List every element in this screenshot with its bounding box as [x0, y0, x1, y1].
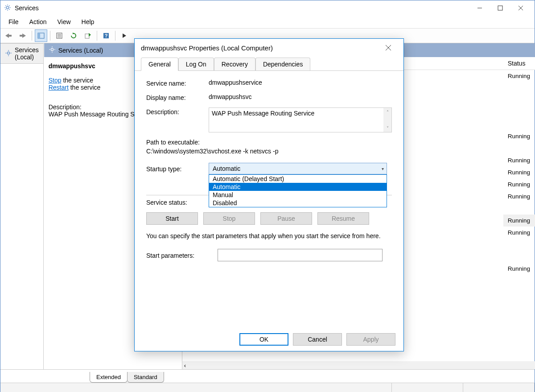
cell-status: [503, 96, 535, 104]
table-row[interactable]: ManualN: [503, 299, 535, 311]
table-row[interactable]: ManualLo: [503, 94, 535, 106]
scroll-left-icon[interactable]: ‹: [184, 362, 186, 369]
refresh-button[interactable]: [67, 29, 80, 42]
startup-dropdown-list[interactable]: Automatic (Delayed Start)AutomaticManual…: [209, 174, 387, 207]
table-row[interactable]: Manual (TriggLo: [503, 311, 535, 323]
cell-status: [503, 84, 535, 92]
svg-point-34: [51, 48, 53, 50]
start-button[interactable]: Start: [146, 212, 198, 225]
value-path: C:\windows\system32\svchost.exe -k netsv…: [146, 148, 392, 155]
dialog-page-general: Service name: dmwappushservice Display n…: [135, 70, 403, 329]
table-row[interactable]: RunningAutomaticLo: [503, 130, 535, 142]
table-row[interactable]: RunningAutomatic (Tri…N: [503, 227, 535, 239]
svg-line-6: [9, 9, 9, 9]
startup-option[interactable]: Automatic (Delayed Start): [209, 175, 387, 183]
table-row[interactable]: RunningAutomaticLo: [503, 190, 535, 202]
description-value: WAP Push Message Routing Service: [212, 110, 314, 117]
table-row[interactable]: Manual (Trigg…Lo: [503, 118, 535, 130]
table-row[interactable]: Automatic (De…N: [503, 239, 535, 251]
cell-status: [503, 252, 535, 261]
menu-help[interactable]: Help: [76, 17, 100, 27]
startup-type-combobox[interactable]: Automatic ▾ Automatic (Delayed Start)Aut…: [209, 163, 387, 174]
cell-status: [503, 313, 535, 321]
resume-button: Resume: [317, 212, 369, 225]
menu-view[interactable]: View: [52, 17, 76, 27]
stop-link[interactable]: Stop: [49, 77, 62, 84]
tree-root-label: Services (Local): [15, 46, 39, 61]
table-row[interactable]: RunningAutomatic (Tri…Lo: [503, 215, 535, 227]
tab-general[interactable]: General: [141, 58, 178, 71]
svg-marker-23: [73, 33, 74, 34]
table-row[interactable]: ManualLo: [503, 287, 535, 299]
table-row[interactable]: RunningManualLo: [503, 178, 535, 190]
export-button[interactable]: [82, 29, 94, 42]
menu-action[interactable]: Action: [24, 17, 52, 27]
svg-marker-25: [89, 33, 91, 37]
svg-marker-28: [123, 33, 126, 38]
cell-status: Running: [503, 216, 535, 225]
restart-link[interactable]: Restart: [49, 84, 69, 91]
properties-dialog: dmwappushsvc Properties (Local Computer)…: [134, 38, 404, 351]
menubar: File Action View Help: [0, 16, 535, 28]
startup-option[interactable]: Disabled: [209, 199, 387, 207]
bottom-tabs: Extended Standard: [0, 369, 535, 383]
label-display-name: Display name:: [146, 93, 209, 101]
help-button[interactable]: ?: [100, 29, 112, 42]
minimize-button[interactable]: [469, 1, 490, 15]
table-row[interactable]: ManualLo: [503, 106, 535, 118]
scroll-up-icon[interactable]: ˄: [383, 108, 391, 116]
cell-status: [503, 120, 535, 128]
cancel-button[interactable]: Cancel: [293, 333, 342, 346]
dialog-close-button[interactable]: [379, 39, 397, 57]
gear-icon: [4, 4, 12, 12]
start-service-button[interactable]: [118, 29, 131, 42]
description-textbox[interactable]: WAP Push Message Routing Service ˄ ˅: [209, 107, 392, 132]
svg-rect-14: [8, 35, 12, 37]
control-buttons: Start Stop Pause Resume: [146, 212, 392, 225]
table-row[interactable]: Manual (Trigg…Lo: [503, 142, 535, 154]
tab-dependencies[interactable]: Dependencies: [255, 58, 311, 71]
svg-rect-10: [498, 6, 502, 10]
label-description: Description:: [146, 107, 209, 132]
gear-icon: [5, 50, 12, 58]
start-params-input[interactable]: [218, 249, 383, 261]
tree-root-item[interactable]: Services (Local): [0, 43, 43, 64]
toolbar-sep: [50, 31, 50, 41]
menu-file[interactable]: File: [3, 17, 24, 27]
dialog-footer: OK Cancel Apply: [239, 333, 395, 346]
properties-button[interactable]: [53, 29, 66, 42]
col-status[interactable]: Status: [503, 57, 535, 70]
horizontal-scrollbar[interactable]: ‹ ›: [182, 361, 535, 369]
back-button[interactable]: [2, 29, 15, 42]
table-row[interactable]: ManualLo: [503, 275, 535, 287]
svg-rect-24: [85, 34, 89, 38]
description-scrollbar[interactable]: ˄ ˅: [383, 108, 391, 132]
cell-status: Running: [503, 192, 535, 201]
table-row[interactable]: Manual (Trigg…Lo: [503, 82, 535, 94]
gear-icon: [49, 46, 56, 54]
cell-status: [503, 289, 535, 297]
tab-recovery[interactable]: Recovery: [214, 58, 255, 71]
close-button[interactable]: [510, 1, 531, 15]
show-hide-tree-button[interactable]: [35, 29, 47, 42]
forward-button[interactable]: [16, 29, 29, 42]
scroll-down-icon[interactable]: ˅: [383, 124, 391, 132]
tree-pane: Services (Local): [0, 43, 44, 369]
tab-standard[interactable]: Standard: [127, 372, 164, 383]
statusbar: [0, 383, 535, 392]
table-row[interactable]: RunningManualLo: [503, 166, 535, 178]
table-row[interactable]: RunningManual (Trigg…Lo: [503, 263, 535, 275]
table-row[interactable]: RunningAutomaticLo: [503, 154, 535, 166]
startup-option[interactable]: Manual: [209, 191, 387, 199]
startup-option[interactable]: Automatic: [209, 183, 387, 191]
table-row[interactable]: ManualN: [503, 202, 535, 215]
cell-status: Running: [503, 132, 535, 140]
table-row[interactable]: Manual (Trigg…Lo: [503, 251, 535, 263]
stop-button: Stop: [203, 212, 255, 225]
tab-logon[interactable]: Log On: [178, 58, 214, 71]
maximize-button[interactable]: [490, 1, 510, 15]
toolbar-sep: [32, 31, 32, 41]
table-row[interactable]: RunningManualLo: [503, 70, 535, 82]
ok-button[interactable]: OK: [239, 333, 288, 346]
tab-extended[interactable]: Extended: [90, 372, 128, 383]
